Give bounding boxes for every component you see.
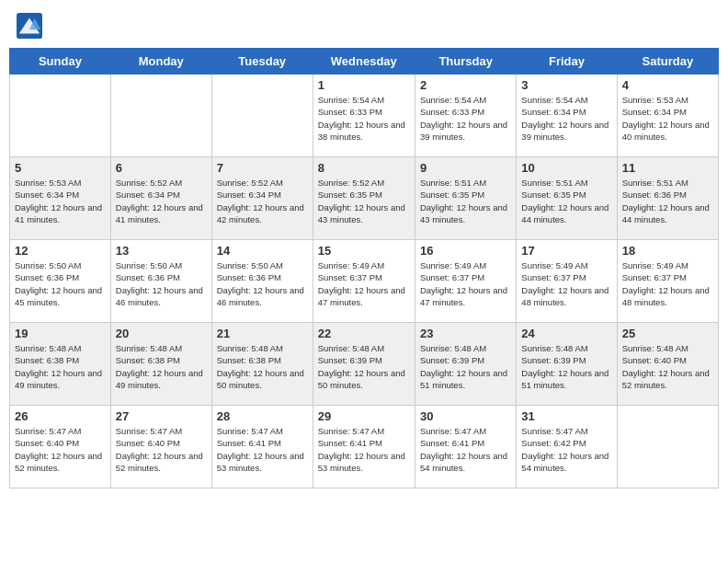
day-number: 28 [217, 409, 308, 423]
day-number: 29 [318, 409, 410, 423]
day-header-tuesday: Tuesday [211, 49, 313, 75]
generalblue-logo-icon [17, 13, 42, 39]
calendar-cell: 22Sunrise: 5:48 AM Sunset: 6:39 PM Dayli… [313, 323, 415, 406]
day-number: 7 [217, 161, 308, 175]
day-header-saturday: Saturday [617, 49, 718, 75]
day-info: Sunrise: 5:52 AM Sunset: 6:34 PM Dayligh… [116, 177, 207, 225]
day-info: Sunrise: 5:48 AM Sunset: 6:39 PM Dayligh… [521, 342, 611, 391]
calendar-cell: 26Sunrise: 5:47 AM Sunset: 6:40 PM Dayli… [10, 406, 111, 488]
day-info: Sunrise: 5:47 AM Sunset: 6:40 PM Dayligh… [15, 425, 106, 474]
day-info: Sunrise: 5:48 AM Sunset: 6:38 PM Dayligh… [116, 342, 207, 391]
calendar-cell: 21Sunrise: 5:48 AM Sunset: 6:38 PM Dayli… [211, 323, 313, 406]
calendar-cell: 3Sunrise: 5:54 AM Sunset: 6:34 PM Daylig… [517, 75, 617, 157]
calendar-cell: 2Sunrise: 5:54 AM Sunset: 6:33 PM Daylig… [415, 75, 516, 157]
day-info: Sunrise: 5:47 AM Sunset: 6:41 PM Dayligh… [217, 425, 308, 474]
day-number: 26 [15, 409, 106, 423]
day-number: 4 [622, 78, 713, 92]
day-number: 24 [521, 327, 611, 340]
calendar-cell: 13Sunrise: 5:50 AM Sunset: 6:36 PM Dayli… [110, 240, 211, 323]
day-info: Sunrise: 5:49 AM Sunset: 6:37 PM Dayligh… [318, 259, 410, 308]
day-info: Sunrise: 5:48 AM Sunset: 6:39 PM Dayligh… [420, 342, 511, 391]
calendar-week-row: 19Sunrise: 5:48 AM Sunset: 6:38 PM Dayli… [10, 323, 719, 406]
calendar-cell [211, 75, 313, 157]
day-number: 25 [622, 327, 713, 340]
day-number: 20 [116, 327, 207, 340]
day-info: Sunrise: 5:51 AM Sunset: 6:36 PM Dayligh… [622, 177, 713, 225]
logo [17, 13, 46, 39]
day-info: Sunrise: 5:49 AM Sunset: 6:37 PM Dayligh… [420, 259, 511, 308]
calendar-cell: 4Sunrise: 5:53 AM Sunset: 6:34 PM Daylig… [617, 75, 718, 157]
calendar-cell: 6Sunrise: 5:52 AM Sunset: 6:34 PM Daylig… [110, 157, 211, 240]
day-info: Sunrise: 5:47 AM Sunset: 6:41 PM Dayligh… [318, 425, 410, 474]
day-number: 12 [15, 244, 106, 258]
calendar-week-row: 26Sunrise: 5:47 AM Sunset: 6:40 PM Dayli… [10, 406, 719, 488]
day-number: 23 [420, 327, 511, 340]
day-number: 3 [521, 78, 611, 92]
calendar-cell: 19Sunrise: 5:48 AM Sunset: 6:38 PM Dayli… [10, 323, 111, 406]
day-number: 15 [318, 244, 410, 258]
day-number: 5 [15, 161, 106, 175]
day-info: Sunrise: 5:48 AM Sunset: 6:38 PM Dayligh… [15, 342, 106, 391]
day-info: Sunrise: 5:48 AM Sunset: 6:40 PM Dayligh… [622, 342, 713, 391]
calendar-cell: 14Sunrise: 5:50 AM Sunset: 6:36 PM Dayli… [211, 240, 313, 323]
day-header-friday: Friday [517, 49, 617, 75]
day-number: 6 [116, 161, 207, 175]
day-info: Sunrise: 5:52 AM Sunset: 6:34 PM Dayligh… [217, 177, 308, 225]
day-header-thursday: Thursday [415, 49, 516, 75]
calendar-cell: 11Sunrise: 5:51 AM Sunset: 6:36 PM Dayli… [617, 157, 718, 240]
day-number: 22 [318, 327, 410, 340]
day-info: Sunrise: 5:50 AM Sunset: 6:36 PM Dayligh… [217, 259, 308, 308]
days-header-row: SundayMondayTuesdayWednesdayThursdayFrid… [10, 49, 719, 75]
day-info: Sunrise: 5:49 AM Sunset: 6:37 PM Dayligh… [521, 259, 611, 308]
calendar-cell: 18Sunrise: 5:49 AM Sunset: 6:37 PM Dayli… [617, 240, 718, 323]
day-info: Sunrise: 5:48 AM Sunset: 6:38 PM Dayligh… [217, 342, 308, 391]
calendar-cell: 10Sunrise: 5:51 AM Sunset: 6:35 PM Dayli… [517, 157, 617, 240]
day-header-wednesday: Wednesday [313, 49, 415, 75]
day-number: 13 [116, 244, 207, 258]
day-info: Sunrise: 5:47 AM Sunset: 6:42 PM Dayligh… [521, 425, 611, 474]
calendar-cell: 5Sunrise: 5:53 AM Sunset: 6:34 PM Daylig… [10, 157, 111, 240]
day-info: Sunrise: 5:53 AM Sunset: 6:34 PM Dayligh… [622, 94, 713, 143]
calendar-cell [617, 406, 718, 488]
day-info: Sunrise: 5:53 AM Sunset: 6:34 PM Dayligh… [15, 177, 106, 225]
day-header-sunday: Sunday [10, 49, 111, 75]
day-number: 17 [521, 244, 611, 258]
calendar-cell [10, 75, 111, 157]
calendar-table: SundayMondayTuesdayWednesdayThursdayFrid… [9, 48, 719, 488]
calendar-cell: 16Sunrise: 5:49 AM Sunset: 6:37 PM Dayli… [415, 240, 516, 323]
day-number: 8 [318, 161, 410, 175]
calendar-cell: 9Sunrise: 5:51 AM Sunset: 6:35 PM Daylig… [415, 157, 516, 240]
day-info: Sunrise: 5:49 AM Sunset: 6:37 PM Dayligh… [622, 259, 713, 308]
calendar-cell: 8Sunrise: 5:52 AM Sunset: 6:35 PM Daylig… [313, 157, 415, 240]
day-info: Sunrise: 5:47 AM Sunset: 6:40 PM Dayligh… [116, 425, 207, 474]
day-number: 16 [420, 244, 511, 258]
day-info: Sunrise: 5:50 AM Sunset: 6:36 PM Dayligh… [116, 259, 207, 308]
calendar-cell: 31Sunrise: 5:47 AM Sunset: 6:42 PM Dayli… [517, 406, 617, 488]
day-number: 2 [420, 78, 511, 92]
calendar-week-row: 1Sunrise: 5:54 AM Sunset: 6:33 PM Daylig… [10, 75, 719, 157]
calendar-cell: 23Sunrise: 5:48 AM Sunset: 6:39 PM Dayli… [415, 323, 516, 406]
day-number: 1 [318, 78, 410, 92]
calendar-cell: 17Sunrise: 5:49 AM Sunset: 6:37 PM Dayli… [517, 240, 617, 323]
calendar-cell: 27Sunrise: 5:47 AM Sunset: 6:40 PM Dayli… [110, 406, 211, 488]
day-number: 30 [420, 409, 511, 423]
day-number: 27 [116, 409, 207, 423]
day-info: Sunrise: 5:47 AM Sunset: 6:41 PM Dayligh… [420, 425, 511, 474]
day-number: 10 [521, 161, 611, 175]
day-number: 31 [521, 409, 611, 423]
day-info: Sunrise: 5:54 AM Sunset: 6:34 PM Dayligh… [521, 94, 611, 143]
calendar-week-row: 5Sunrise: 5:53 AM Sunset: 6:34 PM Daylig… [10, 157, 719, 240]
calendar-cell: 15Sunrise: 5:49 AM Sunset: 6:37 PM Dayli… [313, 240, 415, 323]
calendar-cell [110, 75, 211, 157]
day-number: 14 [217, 244, 308, 258]
day-info: Sunrise: 5:51 AM Sunset: 6:35 PM Dayligh… [521, 177, 611, 225]
calendar-cell: 12Sunrise: 5:50 AM Sunset: 6:36 PM Dayli… [10, 240, 111, 323]
calendar-cell: 30Sunrise: 5:47 AM Sunset: 6:41 PM Dayli… [415, 406, 516, 488]
calendar-cell: 1Sunrise: 5:54 AM Sunset: 6:33 PM Daylig… [313, 75, 415, 157]
header [9, 9, 719, 42]
day-number: 21 [217, 327, 308, 340]
day-info: Sunrise: 5:54 AM Sunset: 6:33 PM Dayligh… [420, 94, 511, 143]
calendar-cell: 24Sunrise: 5:48 AM Sunset: 6:39 PM Dayli… [517, 323, 617, 406]
day-info: Sunrise: 5:52 AM Sunset: 6:35 PM Dayligh… [318, 177, 410, 225]
calendar-cell: 7Sunrise: 5:52 AM Sunset: 6:34 PM Daylig… [211, 157, 313, 240]
